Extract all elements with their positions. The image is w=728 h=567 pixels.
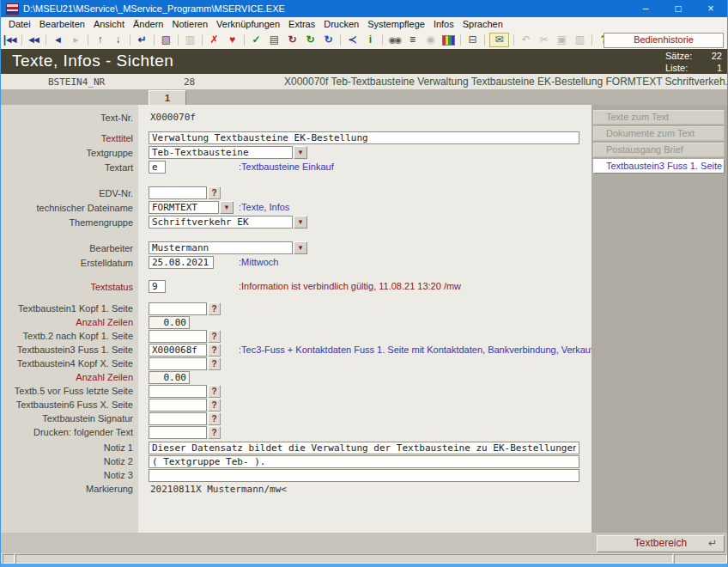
sidebar-button-dokumente-zum-text[interactable]: Dokumente zum Text: [593, 126, 725, 141]
tb4-lookup-button[interactable]: ?: [208, 357, 221, 370]
tb2-input[interactable]: [149, 330, 207, 343]
tb1-lookup-button[interactable]: ?: [208, 302, 221, 315]
sidebar-button-textbaustein3[interactable]: Textbaustein3 Fuss 1. Seite: [593, 159, 725, 174]
menu-datei[interactable]: Datei: [4, 19, 35, 29]
textgruppe-input[interactable]: [149, 146, 293, 159]
view-icon[interactable]: ◉: [422, 32, 440, 48]
menu-infos[interactable]: Infos: [429, 19, 458, 29]
tb2-label: Textb.2 nach Kopf 1. Seite: [1, 331, 138, 341]
signatur-lookup-button[interactable]: ?: [208, 412, 221, 425]
tb6-lookup-button[interactable]: ?: [208, 399, 221, 412]
textart-input[interactable]: [149, 161, 166, 174]
tb6-input[interactable]: [149, 399, 207, 412]
menu-systempflege[interactable]: Systempflege: [363, 19, 429, 29]
search-icon[interactable]: ◉◉: [385, 32, 403, 48]
tb4-input[interactable]: [149, 357, 207, 370]
themengruppe-dropdown-button[interactable]: ▾: [294, 216, 307, 229]
menu-extras[interactable]: Extras: [284, 19, 319, 29]
menu-aendern[interactable]: Ändern: [129, 19, 167, 29]
notiz3-input[interactable]: [149, 469, 579, 482]
legend-icon[interactable]: [442, 35, 455, 46]
form-icon[interactable]: ▤: [265, 32, 283, 48]
tab-1[interactable]: 1: [149, 90, 186, 106]
refresh-green-icon[interactable]: ↻: [301, 32, 319, 48]
stamp-icon[interactable]: ▧: [157, 32, 175, 48]
refresh-blue-icon[interactable]: ↻: [319, 32, 337, 48]
textbereich-button[interactable]: Textbereich ↵: [597, 535, 725, 552]
form-row-erstelldatum: Erstelldatum :Mittwoch: [1, 255, 593, 270]
bearbeiter-input[interactable]: [149, 241, 293, 254]
mail-icon[interactable]: ✉: [489, 33, 509, 47]
window-title: D:\MSEU21\MService\_MService_Programm\MS…: [23, 3, 629, 14]
record-summary[interactable]: X000070f Teb-Textbausteine Verwaltung Te…: [284, 76, 728, 88]
menu-ansicht[interactable]: Ansicht: [89, 19, 129, 29]
copy-icon[interactable]: ▣: [553, 32, 571, 48]
drucken-input[interactable]: [149, 426, 207, 439]
restore-button[interactable]: □: [662, 0, 695, 17]
undo-icon[interactable]: ↶: [517, 32, 535, 48]
menu-bearbeiten[interactable]: Bearbeiten: [35, 19, 89, 29]
favorite-icon[interactable]: ♥: [223, 32, 241, 48]
themengruppe-input[interactable]: [149, 216, 293, 229]
info-icon[interactable]: i: [361, 32, 379, 48]
edv-nr-input[interactable]: [149, 186, 207, 199]
status-cell-left: [3, 554, 15, 564]
sidebar-button-texte-zum-text[interactable]: Texte zum Text: [593, 110, 725, 125]
minimize-button[interactable]: –: [629, 0, 662, 17]
notiz1-input[interactable]: [149, 442, 579, 454]
print-icon[interactable]: ⊟: [464, 32, 482, 48]
first-record-icon[interactable]: |◂◂: [1, 32, 19, 48]
prev-page-icon[interactable]: ◂◂: [25, 32, 43, 48]
textgruppe-dropdown-button[interactable]: ▾: [294, 146, 307, 159]
drucken-lookup-button[interactable]: ?: [208, 426, 221, 439]
paste-icon[interactable]: ▥: [571, 32, 589, 48]
markierung-label: Markierung: [1, 484, 138, 494]
erstelldatum-label: Erstelldatum: [1, 258, 138, 268]
cut-icon[interactable]: ✂: [535, 32, 553, 48]
notiz2-input[interactable]: [149, 455, 579, 468]
dateiname-input[interactable]: [149, 201, 219, 214]
tb2-lookup-button[interactable]: ?: [208, 330, 221, 343]
tb3-lookup-button[interactable]: ?: [208, 344, 221, 357]
tb3-input[interactable]: [149, 344, 207, 357]
close-button[interactable]: ×: [695, 0, 727, 17]
list-icon[interactable]: ≡: [403, 32, 422, 48]
question-icon: ?: [211, 332, 216, 341]
bedienhistorie-button[interactable]: Bedienhistorie: [604, 33, 724, 48]
record-stats: Sätze: 22 Liste: 1: [665, 50, 722, 74]
texttitel-input[interactable]: [149, 131, 579, 144]
form-row-anzahl1: Anzahl Zeilen: [1, 315, 593, 329]
tb1-input[interactable]: [149, 302, 207, 315]
view-header: Texte, Infos - Sichten Sätze: 22 Liste: …: [1, 49, 727, 74]
edv-nr-lookup-button[interactable]: ?: [208, 186, 221, 199]
refresh-red-icon[interactable]: ↻: [283, 32, 301, 48]
toolbar-separator: [244, 34, 245, 46]
signatur-input[interactable]: [149, 412, 207, 425]
record-bar: BSTEIN4_NR 28 X000070f Teb-Textbausteine…: [1, 74, 727, 89]
delete-icon[interactable]: ✗: [205, 32, 223, 48]
bearbeiter-dropdown-button[interactable]: ▾: [294, 241, 307, 254]
anzahl2-input[interactable]: [149, 371, 190, 384]
menu-verknuepfungen[interactable]: Verknüpfungen: [212, 19, 284, 29]
up-icon[interactable]: ↑: [91, 32, 109, 48]
textstatus-label: Textstatus: [1, 282, 138, 292]
erstelldatum-input[interactable]: [149, 256, 214, 269]
ok-icon[interactable]: ✓: [247, 32, 265, 48]
tb5-input[interactable]: [149, 385, 207, 398]
down-icon[interactable]: ↓: [109, 32, 127, 48]
menu-notieren[interactable]: Notieren: [167, 19, 212, 29]
menu-drucken[interactable]: Drucken: [319, 19, 363, 29]
next-record-icon[interactable]: ▸: [67, 32, 85, 48]
tree-icon[interactable]: ▥: [181, 32, 199, 48]
anzahl1-input[interactable]: [149, 316, 190, 329]
menu-sprachen[interactable]: Sprachen: [458, 19, 507, 29]
prev-record-icon[interactable]: ◂: [49, 32, 67, 48]
sidebar-button-postausgang-brief[interactable]: Postausgang Brief: [593, 143, 725, 157]
disconnect-icon[interactable]: ≺: [343, 32, 361, 48]
chevron-down-icon: ▾: [225, 203, 229, 211]
dateiname-dropdown-button[interactable]: ▾: [220, 201, 234, 214]
textstatus-input[interactable]: [149, 280, 166, 293]
anzahl1-label: Anzahl Zeilen: [1, 317, 138, 327]
enter-icon[interactable]: ↵: [133, 32, 151, 48]
tb5-lookup-button[interactable]: ?: [208, 385, 221, 398]
